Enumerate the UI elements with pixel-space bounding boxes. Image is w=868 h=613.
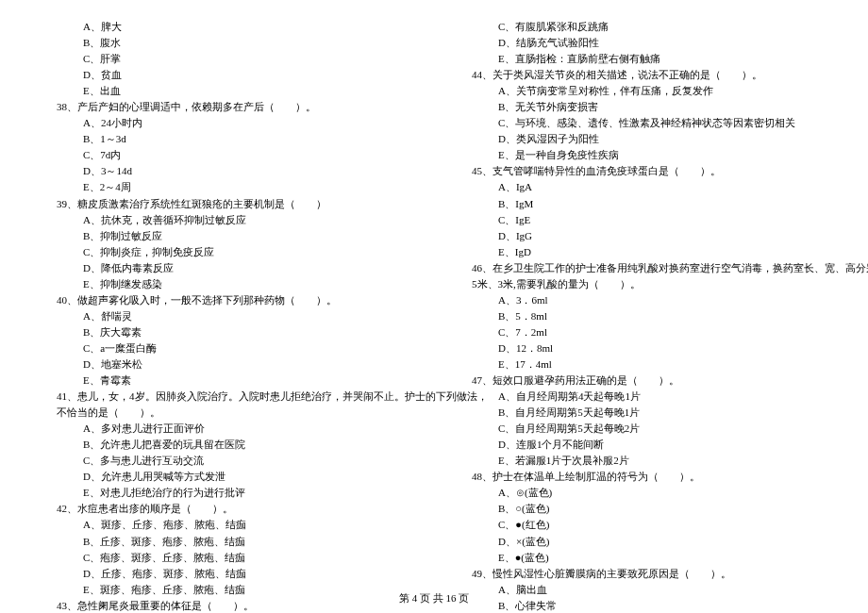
option-line: D、允许患儿用哭喊等方式发泄 (38, 469, 415, 485)
option-line: C、疱疹、斑疹、丘疹、脓疱、结痂 (38, 550, 415, 566)
option-line: B、IgM (453, 196, 830, 212)
option-line: A、24小时内 (38, 115, 415, 131)
option-line: E、对患儿拒绝治疗的行为进行批评 (38, 485, 415, 501)
option-line: A、IgA (453, 179, 830, 195)
option-line: E、出血 (38, 83, 415, 99)
question-line: 45、支气管哮喘特异性的血清免疫球蛋白是（ ）。 (453, 163, 830, 179)
option-line: A、斑疹、丘疹、疱疹、脓疱、结痂 (38, 517, 415, 533)
question-line: 40、做超声雾化吸入时，一般不选择下列那种药物（ ）。 (38, 292, 415, 308)
question-line: 49、慢性风湿性心脏瓣膜病的主要致死原因是（ ）。 (453, 566, 830, 582)
option-line: E、抑制继发感染 (38, 276, 415, 292)
option-line: B、允许患儿把喜爱的玩具留在医院 (38, 437, 415, 453)
option-line: C、●(红色) (453, 517, 830, 533)
option-line: A、多对患儿进行正面评价 (38, 421, 415, 437)
question-line: 44、关于类风湿关节炎的相关描述，说法不正确的是（ ）。 (453, 67, 830, 83)
question-line: 48、护士在体温单上绘制肛温的符号为（ ）。 (453, 469, 830, 485)
option-line: A、脾大 (38, 19, 415, 35)
question-line: 5米、3米,需要乳酸的量为（ ）。 (453, 276, 830, 292)
page-content: A、脾大B、腹水C、肝掌D、贫血E、出血38、产后产妇的心理调适中，依赖期多在产… (0, 0, 868, 566)
option-line: E、是一种自身免疫性疾病 (453, 147, 830, 163)
left-column: A、脾大B、腹水C、肝掌D、贫血E、出血38、产后产妇的心理调适中，依赖期多在产… (38, 19, 434, 566)
option-line: C、a一糜蛋白酶 (38, 340, 415, 356)
option-line: C、与环境、感染、遗传、性激素及神经精神状态等因素密切相关 (453, 115, 830, 131)
option-line: D、类风湿因子为阳性 (453, 131, 830, 147)
option-line: A、3．6ml (453, 292, 830, 308)
option-line: D、×(蓝色) (453, 534, 830, 550)
page-footer: 第 4 页 共 16 页 (0, 591, 868, 605)
option-line: A、关节病变常呈对称性，伴有压痛，反复发作 (453, 83, 830, 99)
option-line: B、腹水 (38, 35, 415, 51)
option-line: E、青霉素 (38, 373, 415, 389)
option-line: E、IgD (453, 244, 830, 260)
option-line: A、⊙(蓝色) (453, 485, 830, 501)
option-line: E、●(蓝色) (453, 550, 830, 566)
option-line: B、无关节外病变损害 (453, 99, 830, 115)
option-line: E、直肠指检：直肠前壁右侧有触痛 (453, 51, 830, 67)
option-line: D、结肠充气试验阳性 (453, 35, 830, 51)
question-line: 39、糖皮质激素治疗系统性红斑狼疮的主要机制是（ ） (38, 196, 415, 212)
option-line: E、17．4ml (453, 356, 830, 373)
option-line: C、自月经周期第5天起每晚2片 (453, 421, 830, 437)
right-column: C、有腹肌紧张和反跳痛D、结肠充气试验阳性E、直肠指检：直肠前壁右侧有触痛44、… (434, 19, 830, 566)
option-line: C、肝掌 (38, 51, 415, 67)
option-line: A、自月经周期第4天起每晚1片 (453, 389, 830, 405)
option-line: C、抑制炎症，抑制免疫反应 (38, 244, 415, 260)
option-line: D、地塞米松 (38, 356, 415, 373)
option-line: B、庆大霉素 (38, 324, 415, 340)
option-line: A、抗休克，改善循环抑制过敏反应 (38, 212, 415, 228)
option-line: D、3～14d (38, 163, 415, 179)
question-line: 41、患儿，女，4岁。因肺炎入院治疗。入院时患儿拒绝治疗，并哭闹不止。护士的下列… (38, 389, 415, 405)
option-line: B、○(蓝色) (453, 501, 830, 517)
option-line: C、IgE (453, 212, 830, 228)
option-line: C、有腹肌紧张和反跳痛 (453, 19, 830, 35)
option-line: D、连服1个月不能间断 (453, 437, 830, 453)
question-line: 42、水痘患者出疹的顺序是（ ）。 (38, 501, 415, 517)
question-line: 38、产后产妇的心理调适中，依赖期多在产后（ ）。 (38, 99, 415, 115)
question-line: 47、短效口服避孕药用法正确的是（ ）。 (453, 373, 830, 389)
option-line: D、贫血 (38, 67, 415, 83)
option-line: A、舒喘灵 (38, 308, 415, 324)
option-line: B、5．8ml (453, 308, 830, 324)
option-line: C、7d内 (38, 147, 415, 163)
option-line: E、2～4周 (38, 179, 415, 195)
option-line: B、1～3d (38, 131, 415, 147)
question-line: 不恰当的是（ ）。 (38, 405, 415, 421)
option-line: B、抑制过敏反应 (38, 228, 415, 244)
option-line: C、7．2ml (453, 324, 830, 340)
option-line: C、多与患儿进行互动交流 (38, 453, 415, 469)
option-line: E、若漏服1片于次晨补服2片 (453, 453, 830, 469)
option-line: B、自月经周期第5天起每晚1片 (453, 405, 830, 421)
option-line: B、丘疹、斑疹、疱疹、脓疱、结痂 (38, 534, 415, 550)
option-line: D、12．8ml (453, 340, 830, 356)
option-line: D、丘疹、疱疹、斑疹、脓疱、结痂 (38, 566, 415, 582)
option-line: D、降低内毒素反应 (38, 260, 415, 276)
option-line: D、IgG (453, 228, 830, 244)
question-line: 46、在乡卫生院工作的护士准备用纯乳酸对换药室进行空气消毒，换药室长、宽、高分别… (453, 260, 830, 276)
